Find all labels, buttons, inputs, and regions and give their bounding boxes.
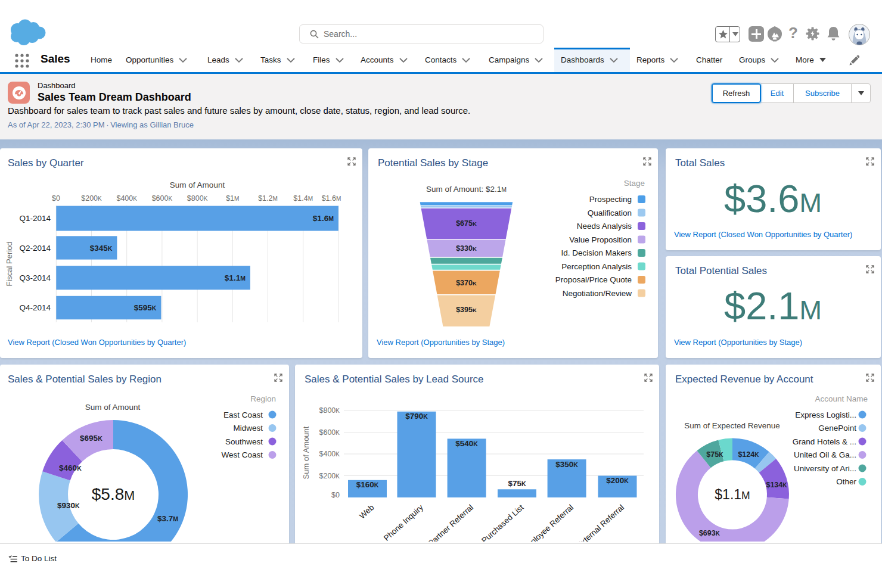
svg-text:Q3-2014: Q3-2014 [19,273,51,282]
svg-text:$200K: $200K [81,194,102,203]
svg-text:Negotiation/Review: Negotiation/Review [563,289,632,298]
svg-text:$800K: $800K [187,194,208,203]
svg-text:Southwest: Southwest [225,437,263,446]
svg-text:Prospecting: Prospecting [589,195,632,204]
svg-text:$200K: $200K [319,472,340,480]
svg-text:$1.6M: $1.6M [322,194,341,203]
svg-text:$160K: $160K [356,480,379,489]
svg-text:$1.4M: $1.4M [293,194,313,203]
svg-text:?: ? [788,24,798,42]
svg-text:$800K: $800K [319,406,340,415]
svg-text:Stage: Stage [624,179,645,188]
svg-text:$124K: $124K [738,450,759,459]
svg-text:$790K: $790K [405,412,428,421]
svg-text:$460K: $460K [59,463,82,472]
svg-text:Q2-2014: Q2-2014 [19,244,51,253]
svg-text:$540K: $540K [455,439,478,448]
svg-text:Partner Referral: Partner Referral [427,503,475,542]
svg-text:$330K: $330K [456,244,477,253]
svg-text:$400K: $400K [116,194,137,203]
svg-text:Sum of Amount: Sum of Amount [302,426,310,479]
svg-text:$400K: $400K [319,450,340,458]
svg-text:$2.1M: $2.1M [724,284,822,328]
svg-text:Id. Decision Makers: Id. Decision Makers [561,248,632,257]
svg-text:United Oil & Ga...: United Oil & Ga... [794,450,856,459]
svg-text:$134K: $134K [766,481,787,489]
svg-text:$695K: $695K [80,434,103,443]
svg-text:$350K: $350K [555,460,578,469]
svg-text:$600K: $600K [319,428,340,437]
svg-text:Phone Inquiry: Phone Inquiry [382,503,425,542]
svg-text:Express Logisti...: Express Logisti... [795,410,856,419]
svg-text:$600K: $600K [152,194,173,203]
svg-text:$1.1M: $1.1M [715,487,750,502]
svg-text:$370K: $370K [456,279,477,287]
svg-text:$1.1M: $1.1M [225,273,246,282]
svg-text:University of Ari...: University of Ari... [794,464,856,473]
svg-text:$675K: $675K [456,219,477,228]
svg-text:Proposal/Price Quote: Proposal/Price Quote [555,275,632,284]
svg-text:West Coast: West Coast [221,450,263,459]
svg-text:$930K: $930K [57,501,80,510]
svg-text:Midwest: Midwest [233,424,263,433]
svg-text:Needs Analysis: Needs Analysis [577,222,632,231]
svg-text:Web: Web [358,503,375,521]
svg-text:East Coast: East Coast [223,410,263,419]
svg-text:Other: Other [836,477,856,486]
svg-text:Sum of Amount: Sum of Amount [170,181,225,189]
svg-text:Sum of Expected Revenue: Sum of Expected Revenue [684,421,780,430]
svg-text:$693K: $693K [699,529,720,537]
svg-text:Fiscal Period: Fiscal Period [5,241,14,286]
svg-text:$75K: $75K [508,479,526,488]
svg-text:$0: $0 [52,194,60,203]
svg-text:$345K: $345K [90,244,113,253]
svg-text:GenePoint: GenePoint [818,424,856,433]
svg-text:Sum of Amount: $2.1M: Sum of Amount: $2.1M [426,185,507,194]
svg-text:$395K: $395K [456,306,477,314]
svg-text:External Referral: External Referral [575,503,626,542]
svg-text:$0: $0 [331,491,340,499]
svg-text:$75K: $75K [706,450,723,459]
svg-text:$1M: $1M [226,194,239,203]
svg-text:$3.6M: $3.6M [724,177,822,220]
svg-text:Grand Hotels & ...: Grand Hotels & ... [793,437,856,446]
svg-text:Employee Referral: Employee Referral [520,503,575,542]
svg-text:$5.8M: $5.8M [92,485,135,503]
svg-text:Value Proposition: Value Proposition [569,235,632,244]
svg-text:$1.2M: $1.2M [258,194,278,203]
svg-text:Perception Analysis: Perception Analysis [561,262,632,271]
svg-text:Q4-2014: Q4-2014 [19,303,51,312]
svg-text:$1.6M: $1.6M [313,214,334,223]
svg-text:$595K: $595K [134,303,157,312]
svg-text:Account Name: Account Name [815,394,868,403]
svg-text:Sum of Amount: Sum of Amount [85,403,141,412]
svg-text:$3.7M: $3.7M [157,514,178,523]
svg-text:Region: Region [250,394,276,403]
svg-text:Qualification: Qualification [588,209,632,217]
svg-text:Q1-2014: Q1-2014 [19,214,51,223]
svg-text:Purchased List: Purchased List [480,503,526,542]
svg-text:$200K: $200K [606,476,629,485]
